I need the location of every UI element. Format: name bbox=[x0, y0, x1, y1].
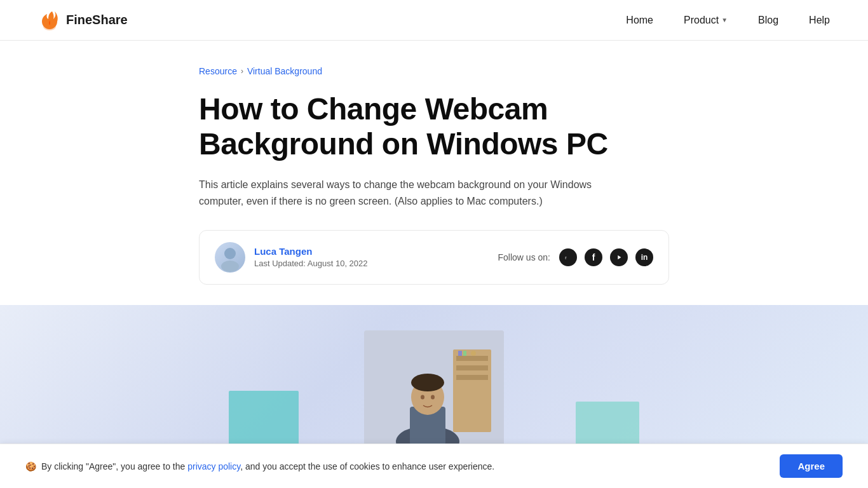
svg-rect-7 bbox=[453, 349, 491, 432]
nav-help[interactable]: Help bbox=[809, 15, 830, 26]
article-description: This article explains several ways to ch… bbox=[199, 177, 631, 209]
svg-point-2 bbox=[221, 261, 239, 272]
hero-person-container bbox=[364, 330, 504, 451]
article-title: How to Change Webcam Background on Windo… bbox=[199, 92, 669, 161]
social-icons: r f in bbox=[559, 248, 653, 266]
reddit-icon[interactable]: r bbox=[559, 248, 577, 266]
svg-point-17 bbox=[411, 374, 444, 391]
svg-point-18 bbox=[421, 395, 424, 399]
cookie-agree-button[interactable]: Agree bbox=[780, 454, 843, 478]
svg-marker-5 bbox=[618, 255, 621, 259]
author-info: Luca Tangen Last Updated: August 10, 202… bbox=[215, 242, 368, 273]
nav-product[interactable]: Product ▼ bbox=[684, 15, 728, 26]
author-date: Last Updated: August 10, 2022 bbox=[254, 259, 368, 268]
author-name[interactable]: Luca Tangen bbox=[254, 246, 368, 257]
author-details: Luca Tangen Last Updated: August 10, 202… bbox=[254, 246, 368, 268]
svg-rect-12 bbox=[463, 351, 466, 356]
svg-point-1 bbox=[224, 248, 236, 259]
cookie-text: 🍪 By clicking "Agree", you agree to the … bbox=[25, 461, 494, 471]
svg-rect-11 bbox=[458, 351, 462, 356]
breadcrumb-resource[interactable]: Resource bbox=[199, 66, 237, 76]
cookie-bar: 🍪 By clicking "Agree", you agree to the … bbox=[0, 444, 868, 488]
product-dropdown-arrow: ▼ bbox=[721, 17, 728, 24]
youtube-icon[interactable] bbox=[610, 248, 628, 266]
svg-rect-10 bbox=[456, 375, 488, 380]
privacy-policy-link[interactable]: privacy policy bbox=[187, 461, 240, 471]
logo-icon bbox=[38, 9, 61, 32]
cookie-emoji: 🍪 bbox=[25, 461, 36, 471]
cookie-message: By clicking "Agree", you agree to the pr… bbox=[41, 461, 494, 471]
author-avatar bbox=[215, 242, 245, 273]
facebook-icon[interactable]: f bbox=[585, 248, 602, 266]
follow-label: Follow us on: bbox=[498, 252, 550, 262]
nav-blog[interactable]: Blog bbox=[758, 15, 778, 26]
hero-image bbox=[0, 305, 868, 451]
author-card: Luca Tangen Last Updated: August 10, 202… bbox=[199, 230, 669, 285]
svg-point-19 bbox=[431, 395, 435, 399]
main-nav: Home Product ▼ Blog Help bbox=[626, 15, 830, 26]
header: FineShare Home Product ▼ Blog Help bbox=[0, 0, 868, 41]
social-follow: Follow us on: r f bbox=[498, 248, 653, 266]
linkedin-icon[interactable]: in bbox=[635, 248, 653, 266]
svg-point-13 bbox=[471, 351, 476, 356]
main-content: Resource › Virtual Background How to Cha… bbox=[186, 41, 682, 285]
hero-bg-left bbox=[229, 391, 299, 451]
logo-text: FineShare bbox=[66, 13, 128, 27]
svg-rect-8 bbox=[456, 356, 488, 361]
nav-home[interactable]: Home bbox=[626, 15, 653, 26]
breadcrumb-virtual-bg[interactable]: Virtual Background bbox=[247, 66, 322, 76]
breadcrumb-separator: › bbox=[241, 67, 243, 76]
logo[interactable]: FineShare bbox=[38, 9, 128, 32]
breadcrumb: Resource › Virtual Background bbox=[199, 66, 669, 76]
author-avatar-image bbox=[215, 242, 245, 273]
svg-rect-9 bbox=[456, 365, 488, 370]
